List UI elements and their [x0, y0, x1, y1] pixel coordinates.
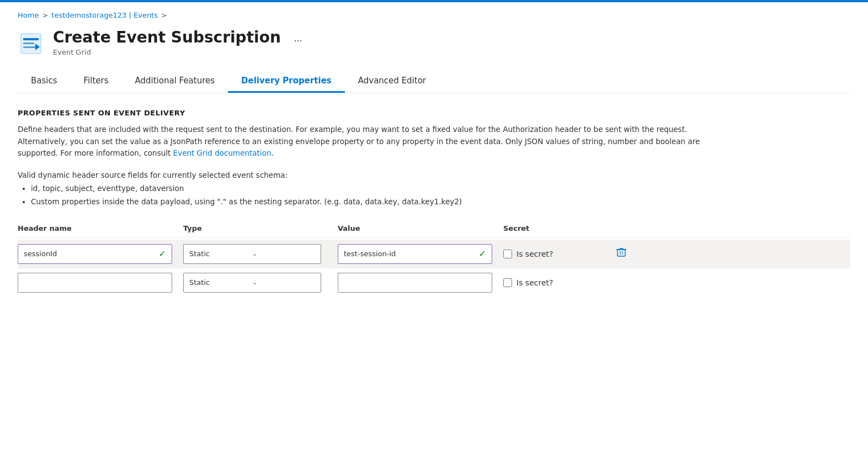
- secret-checkbox-1[interactable]: [503, 250, 512, 258]
- tabs-container: Basics Filters Additional Features Deliv…: [18, 70, 850, 93]
- delete-icon-1: [616, 247, 627, 261]
- tab-delivery[interactable]: Delivery Properties: [228, 70, 345, 93]
- svg-rect-2: [23, 43, 34, 44]
- secret-label-2: Is secret?: [516, 278, 553, 287]
- breadcrumb-sep1: >: [42, 11, 48, 19]
- type-dropdown-1[interactable]: Static ⌄: [183, 244, 321, 264]
- svg-rect-3: [23, 46, 36, 48]
- col-value: Value: [338, 224, 503, 232]
- secret-label-1: Is secret?: [516, 250, 553, 258]
- secret-cell-1: Is secret?: [503, 250, 614, 258]
- secret-checkbox-2[interactable]: [503, 278, 512, 287]
- col-secret: Secret: [503, 224, 614, 232]
- col-header-name: Header name: [18, 224, 183, 232]
- dynamic-field-item2: Custom properties inside the data payloa…: [31, 195, 850, 208]
- value-input-1[interactable]: test-session-id ✓: [338, 244, 492, 264]
- table-row: sessionId ✓ Static ⌄ test-session-id ✓ I…: [18, 240, 850, 268]
- page-subtitle: Event Grid: [53, 48, 281, 56]
- page-title: Create Event Subscription: [53, 28, 281, 47]
- page-header: Create Event Subscription Event Grid ···: [18, 28, 850, 57]
- breadcrumb: Home > testdemostorage123 | Events >: [18, 11, 850, 19]
- table-header: Header name Type Value Secret: [18, 220, 850, 237]
- properties-table: Header name Type Value Secret sessionId …: [18, 220, 850, 297]
- secret-cell-2: Is secret?: [503, 278, 614, 287]
- tab-advanced[interactable]: Advanced Editor: [345, 70, 439, 93]
- dynamic-field-item1: id, topic, subject, eventtype, dataversi…: [31, 182, 850, 195]
- value-valid-icon-1: ✓: [479, 248, 486, 259]
- more-options-button[interactable]: ···: [290, 33, 307, 49]
- section-description: Define headers that are included with th…: [18, 124, 735, 160]
- type-chevron-1: ⌄: [252, 250, 315, 257]
- event-grid-icon: [18, 30, 44, 57]
- delete-row-button-1[interactable]: [614, 245, 629, 263]
- breadcrumb-storage[interactable]: testdemostorage123 | Events: [51, 11, 158, 19]
- breadcrumb-sep2: >: [161, 11, 167, 19]
- section-title: PROPERTIES SENT ON EVENT DELIVERY: [18, 109, 850, 117]
- svg-rect-1: [23, 38, 39, 40]
- value-input-2[interactable]: [338, 273, 492, 293]
- page-title-block: Create Event Subscription Event Grid: [53, 28, 281, 56]
- tab-filters[interactable]: Filters: [71, 70, 122, 93]
- col-type: Type: [183, 224, 338, 232]
- table-row: Static ⌄ Is secret?: [18, 268, 850, 297]
- svg-rect-5: [617, 250, 625, 256]
- tab-additional[interactable]: Additional Features: [122, 70, 228, 93]
- event-grid-doc-link[interactable]: Event Grid documentation: [173, 149, 271, 157]
- header-name-valid-icon-1: ✓: [159, 248, 166, 259]
- header-name-input-1[interactable]: sessionId ✓: [18, 244, 172, 264]
- dynamic-fields-info: Valid dynamic header source fields for c…: [18, 168, 850, 209]
- header-name-input-2[interactable]: [18, 273, 172, 293]
- tab-basics[interactable]: Basics: [18, 70, 71, 93]
- breadcrumb-home[interactable]: Home: [18, 11, 39, 19]
- col-actions: [614, 224, 647, 232]
- type-dropdown-2[interactable]: Static ⌄: [183, 273, 321, 293]
- type-chevron-2: ⌄: [252, 279, 315, 286]
